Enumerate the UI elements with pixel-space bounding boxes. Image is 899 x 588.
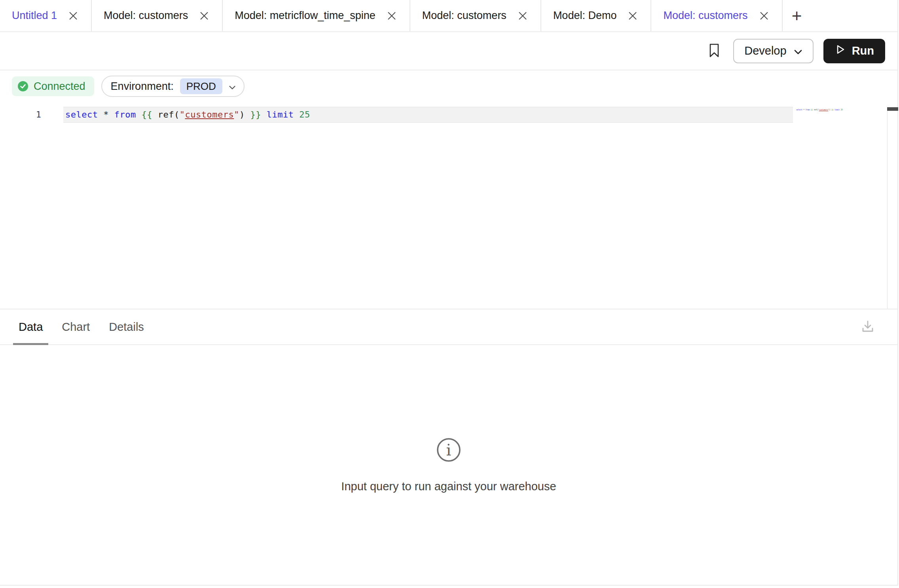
download-icon: [860, 319, 876, 336]
code-token: {{: [141, 110, 157, 119]
close-icon[interactable]: [67, 10, 79, 22]
minimap-token: 25: [840, 108, 842, 111]
connected-label: Connected: [34, 80, 85, 93]
tab-chart-label: Chart: [62, 321, 90, 334]
code-token: select: [65, 110, 103, 119]
editor-minimap[interactable]: select * from {{ ref("customers") }} lim…: [796, 108, 843, 111]
download-button[interactable]: [858, 317, 878, 337]
tab-label: Model: customers: [663, 9, 747, 22]
tab-untitled-1[interactable]: Untitled 1: [0, 0, 92, 31]
code-token: *: [103, 110, 114, 119]
code-token: 25: [299, 110, 310, 119]
new-tab-button[interactable]: +: [783, 0, 811, 31]
svg-text:i: i: [446, 441, 451, 459]
code-token: (: [174, 110, 180, 119]
minimap-token: }}: [831, 108, 835, 111]
tab-model-customers-active[interactable]: Model: customers: [651, 0, 782, 31]
code-line-row: 1 select * from {{ ref("customers") }} l…: [0, 107, 897, 123]
results-tab-bar: Data Chart Details: [0, 309, 897, 345]
tab-model-demo[interactable]: Model: Demo: [541, 0, 652, 31]
bookmark-icon: [709, 43, 720, 59]
environment-label: Environment:: [111, 80, 174, 93]
tab-data-label: Data: [19, 321, 43, 334]
code-token: from: [114, 110, 142, 119]
close-icon[interactable]: [386, 10, 398, 22]
tab-chart[interactable]: Chart: [56, 309, 95, 344]
connection-status-badge: Connected: [12, 76, 94, 96]
tab-model-metricflow-time-spine[interactable]: Model: metricflow_time_spine: [223, 0, 410, 31]
ref-link-customers[interactable]: customers: [185, 110, 234, 119]
code-token: limit: [267, 110, 299, 119]
code-token: ": [180, 110, 185, 119]
tab-data[interactable]: Data: [13, 309, 48, 344]
tab-label: Model: metricflow_time_spine: [235, 9, 376, 22]
tab-label: Untitled 1: [12, 9, 57, 22]
status-bar: Connected Environment: PROD: [0, 70, 897, 102]
tab-label: Model: customers: [422, 9, 506, 22]
bookmark-button[interactable]: [705, 42, 724, 61]
code-token: ref: [158, 110, 174, 119]
chevron-down-icon: [229, 80, 236, 93]
info-icon: i: [436, 437, 461, 464]
run-button[interactable]: Run: [823, 39, 885, 63]
tab-label: Model: customers: [104, 9, 188, 22]
tab-model-customers-1[interactable]: Model: customers: [92, 0, 223, 31]
close-icon[interactable]: [627, 10, 639, 22]
editor-scrollbar-thumb[interactable]: [887, 107, 898, 111]
toolbar: Develop Run: [0, 32, 897, 70]
develop-dropdown-button[interactable]: Develop: [733, 39, 813, 63]
develop-label: Develop: [744, 44, 786, 57]
editor-scrollbar-track: [887, 107, 897, 309]
environment-value-badge: PROD: [180, 78, 222, 94]
code-token: ": [234, 110, 239, 119]
tab-details[interactable]: Details: [103, 309, 150, 344]
play-icon: [835, 44, 846, 58]
empty-state-message: Input query to run against your warehous…: [341, 480, 556, 493]
code-editor[interactable]: 1 select * from {{ ref("customers") }} l…: [0, 102, 897, 309]
code-line[interactable]: select * from {{ ref("customers") }} lim…: [63, 107, 793, 123]
chevron-down-icon: [794, 44, 802, 57]
tab-label: Model: Demo: [553, 9, 617, 22]
code-token: }}: [250, 110, 266, 119]
minimap-token: select: [796, 108, 803, 111]
code-token: ): [239, 110, 250, 119]
check-circle-icon: [17, 81, 28, 92]
close-icon[interactable]: [758, 10, 770, 22]
editor-tab-bar: Untitled 1 Model: customers Model: metri…: [0, 0, 897, 32]
minimap-token: customers: [819, 108, 829, 111]
app-window: Untitled 1 Model: customers Model: metri…: [0, 0, 898, 586]
minimap-token: from: [806, 108, 811, 111]
tab-model-customers-2[interactable]: Model: customers: [410, 0, 541, 31]
plus-icon: +: [792, 7, 802, 25]
environment-selector[interactable]: Environment: PROD: [101, 76, 245, 97]
minimap-token: limit: [835, 108, 841, 111]
tab-details-label: Details: [109, 321, 144, 334]
run-label: Run: [852, 44, 874, 57]
results-panel: i Input query to run against your wareho…: [0, 345, 897, 586]
line-number: 1: [0, 107, 63, 123]
close-icon[interactable]: [517, 10, 529, 22]
close-icon[interactable]: [198, 10, 210, 22]
